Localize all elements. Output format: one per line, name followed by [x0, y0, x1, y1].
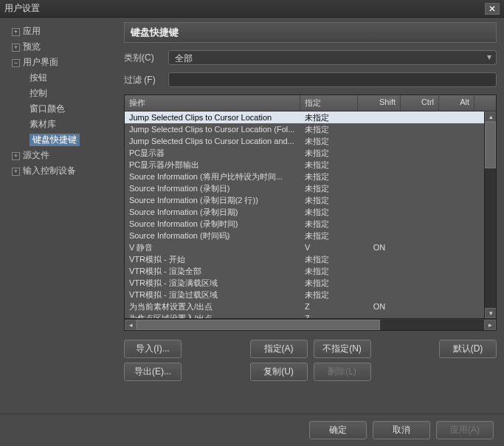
cell: [439, 140, 474, 142]
expander-icon[interactable]: +: [12, 44, 20, 52]
cell: [358, 176, 401, 177]
col-ctrl[interactable]: Ctrl: [401, 95, 439, 111]
table-row[interactable]: Jump Selected Clips to Cursor Location (…: [125, 123, 484, 135]
tree-item[interactable]: 素材库: [3, 117, 121, 132]
tree-item[interactable]: −用户界面: [3, 55, 121, 70]
cell: [439, 117, 474, 118]
cell: Jump Selected Clips to Cursor Location: [125, 112, 300, 123]
cell: [401, 247, 439, 248]
table-row[interactable]: PC显示器/外部输出未指定: [125, 159, 484, 171]
cell: 未指定: [300, 135, 358, 148]
cell: 未指定: [300, 171, 358, 183]
scroll-up-icon[interactable]: ▴: [485, 112, 496, 122]
cell: [401, 128, 439, 130]
tree-item[interactable]: 窗口颜色: [3, 101, 121, 117]
table-row[interactable]: Source Information (录制日期)未指定: [125, 206, 484, 218]
table-header: 操作 指定 Shift Ctrl Alt: [125, 95, 496, 112]
panel-title: 键盘快捷键: [124, 22, 497, 43]
vscroll-thumb[interactable]: [485, 122, 496, 168]
tree-item[interactable]: 键盘快捷键: [3, 132, 121, 148]
tree-item[interactable]: 控制: [3, 86, 121, 101]
window-title: 用户设置: [4, 2, 485, 15]
cell: V: [300, 242, 358, 253]
cell: [439, 199, 474, 201]
cell: 为当前素材设置入/出点: [125, 301, 300, 313]
default-button[interactable]: 默认(D): [439, 340, 497, 358]
unassign-button[interactable]: 不指定(N): [314, 340, 371, 358]
tree-item-label: 用户界面: [23, 57, 58, 67]
cell: [358, 164, 401, 165]
table-row[interactable]: Source Information (将用户比特设为时间...未指定: [125, 171, 484, 182]
filter-label: 过滤 (F): [124, 74, 168, 86]
cell: V 静音: [125, 241, 300, 254]
table-row[interactable]: Jump Selected Clips to Cursor Location未指…: [125, 112, 484, 123]
table-row[interactable]: VTR模拟 - 渲染全部未指定: [125, 265, 484, 277]
cell: Source Information (录制日): [125, 182, 300, 195]
cell: [358, 199, 401, 201]
scroll-right-icon[interactable]: ▸: [484, 320, 496, 330]
table-row[interactable]: V 静音VON: [125, 241, 484, 253]
cell: [358, 294, 401, 295]
tree-item-label: 窗口颜色: [30, 103, 65, 114]
tree-item[interactable]: +应用: [3, 24, 121, 39]
cell: [358, 270, 401, 272]
table-row[interactable]: 为焦点区域设置入/出点Z: [125, 312, 484, 318]
scroll-left-icon[interactable]: ◂: [125, 320, 137, 330]
tree-item-label: 预览: [23, 41, 41, 52]
cell: [358, 282, 401, 284]
cell: [401, 235, 439, 236]
filter-input[interactable]: [168, 72, 497, 87]
cell: [401, 282, 439, 284]
cell: [439, 211, 474, 213]
table-row[interactable]: Source Information (时间码)未指定: [125, 230, 484, 241]
table-row[interactable]: Source Information (录制日期(2 行))未指定: [125, 194, 484, 206]
expander-icon[interactable]: +: [12, 152, 20, 160]
tree-item[interactable]: 按钮: [3, 70, 121, 86]
close-icon[interactable]: ✕: [485, 3, 500, 15]
sidebar: +应用+预览−用户界面按钮控制窗口颜色素材库键盘快捷键+源文件+输入控制设备: [0, 18, 124, 414]
vertical-scrollbar[interactable]: ▴ ▾: [484, 112, 496, 318]
tree-item[interactable]: +预览: [3, 39, 121, 55]
nav-tree: +应用+预览−用户界面按钮控制窗口颜色素材库键盘快捷键+源文件+输入控制设备: [3, 24, 121, 179]
duplicate-button[interactable]: 复制(U): [250, 363, 308, 381]
expander-icon[interactable]: −: [12, 59, 20, 67]
cell: [358, 117, 401, 118]
col-operation[interactable]: 操作: [125, 95, 300, 111]
category-dropdown[interactable]: 全部: [168, 50, 497, 65]
tree-item[interactable]: +输入控制设备: [3, 163, 121, 179]
horizontal-scrollbar[interactable]: ◂ ▸: [125, 318, 496, 330]
titlebar: 用户设置 ✕: [0, 0, 504, 18]
shortcuts-table: 操作 指定 Shift Ctrl Alt Jump Selected Clips…: [124, 95, 497, 331]
table-row[interactable]: Source Information (录制日)未指定: [125, 182, 484, 194]
hscroll-thumb[interactable]: [137, 320, 380, 330]
col-assign[interactable]: 指定: [300, 95, 358, 111]
ok-button[interactable]: 确定: [309, 421, 367, 439]
scroll-down-icon[interactable]: ▾: [485, 308, 496, 318]
table-row[interactable]: VTR模拟 - 渲染过载区域未指定: [125, 289, 484, 301]
tree-item-label: 输入控制设备: [23, 165, 76, 176]
cell: [439, 223, 474, 224]
cell: PC显示器: [125, 147, 300, 159]
import-button[interactable]: 导入(I)...: [124, 340, 182, 358]
cell: [439, 258, 474, 260]
cell: 未指定: [300, 123, 358, 136]
assign-button[interactable]: 指定(A): [250, 340, 308, 358]
cell: ON: [358, 301, 401, 312]
cell: 未指定: [300, 289, 358, 301]
cell: Source Information (录制日期(2 行)): [125, 194, 300, 207]
export-button[interactable]: 导出(E)...: [124, 363, 182, 381]
cell: 未指定: [300, 277, 358, 289]
cancel-button[interactable]: 取消: [373, 421, 430, 439]
table-row[interactable]: PC显示器未指定: [125, 147, 484, 159]
expander-icon[interactable]: +: [12, 168, 20, 176]
expander-icon[interactable]: +: [12, 28, 20, 36]
table-row[interactable]: VTR模拟 - 开始未指定: [125, 253, 484, 265]
table-row[interactable]: VTR模拟 - 渲染满载区域未指定: [125, 277, 484, 289]
table-row[interactable]: Source Information (录制时间)未指定: [125, 218, 484, 230]
col-shift[interactable]: Shift: [358, 95, 401, 111]
table-row[interactable]: 为当前素材设置入/出点ZON: [125, 301, 484, 312]
table-row[interactable]: Jump Selected Clips to Cursor Location a…: [125, 135, 484, 147]
tree-item[interactable]: +源文件: [3, 148, 121, 163]
col-alt[interactable]: Alt: [439, 95, 474, 111]
cell: VTR模拟 - 渲染满载区域: [125, 277, 300, 289]
